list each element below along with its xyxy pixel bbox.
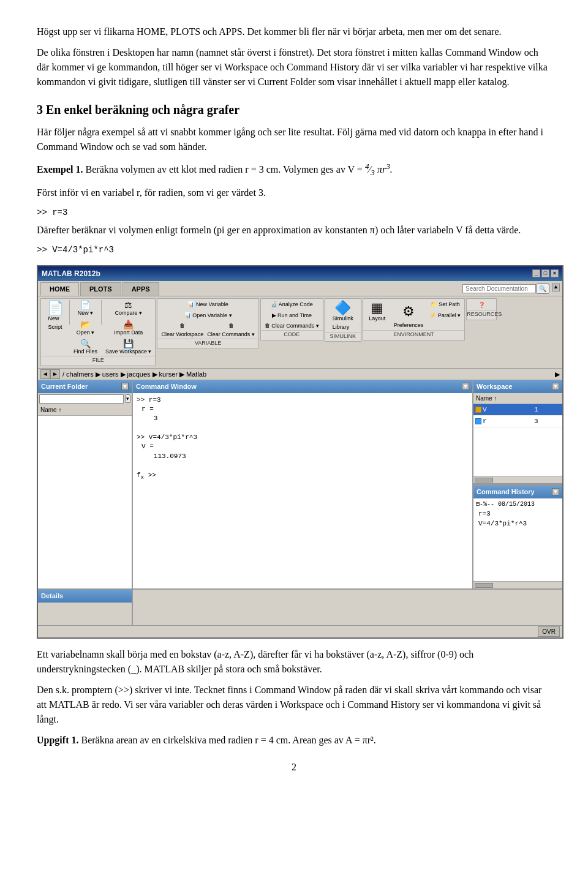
ch-scrollbar[interactable] xyxy=(473,581,562,588)
run-time-button[interactable]: ▶ Run and Time xyxy=(263,311,320,321)
compare-button[interactable]: ⚖ Compare ▾ xyxy=(104,300,153,318)
path-matlab[interactable]: Matlab xyxy=(186,369,206,380)
path-kurser[interactable]: kurser xyxy=(159,369,178,380)
workspace-label: Workspace xyxy=(477,381,513,392)
tab-apps[interactable]: APPS xyxy=(123,282,159,296)
clear-workspace-button[interactable]: 🗑 Clear Workspace xyxy=(160,321,205,339)
matlab-statusbar: OVR xyxy=(38,625,562,637)
task1-label: Uppgift 1. xyxy=(37,735,78,745)
forward-button[interactable]: ► xyxy=(50,369,60,379)
save-workspace-button[interactable]: 💾 Save Workspace ▾ xyxy=(104,339,153,357)
example1-label: Exempel 1. xyxy=(37,164,83,175)
cw-line-1: >> r=3 xyxy=(137,396,469,405)
ribbon-group-simulink: 🔷 SimulinkLibrary SIMULINK xyxy=(325,298,361,342)
new-variable-button[interactable]: 📊 New Variable xyxy=(160,300,255,310)
panel-command-window: Command Window ▼ >> r=3 r = 3 >> V=4/3*p… xyxy=(133,380,473,588)
minimize-button[interactable]: _ xyxy=(532,269,540,277)
open-icon: 📂 xyxy=(80,320,91,329)
clear-commands-label: Clear Commands ▾ xyxy=(207,331,255,339)
back-button[interactable]: ◄ xyxy=(40,369,50,379)
path-jacques[interactable]: jacques xyxy=(127,369,151,380)
current-folder-menu-button[interactable]: ▼ xyxy=(121,383,129,390)
layout-button[interactable]: ▦ Layout xyxy=(366,300,389,331)
cf-content xyxy=(38,416,132,589)
preferences-label: Preferences xyxy=(394,321,424,330)
search-button[interactable]: 🔍 xyxy=(536,284,549,294)
tab-home[interactable]: HOME xyxy=(40,282,79,296)
current-folder-label: Current Folder xyxy=(41,381,88,392)
ch-cmd-1[interactable]: r=3 xyxy=(476,509,560,519)
toolbar-row: ◄ ► / chalmers ▶ users ▶ jacques ▶ kurse… xyxy=(38,369,562,381)
path-chalmers[interactable]: chalmers xyxy=(66,369,94,380)
cw-content[interactable]: >> r=3 r = 3 >> V=4/3*pi*r^3 V = 113.097… xyxy=(133,393,472,589)
find-files-button[interactable]: 🔍 Find Files xyxy=(72,339,99,357)
workspace-menu-button[interactable]: ▼ xyxy=(552,383,559,390)
command-history-label: Command History xyxy=(477,487,535,497)
close-button[interactable]: × xyxy=(551,269,559,277)
set-path-button[interactable]: 📁 Set Path xyxy=(428,300,462,310)
cw-line-7: 113.0973 xyxy=(137,452,469,461)
analyze-code-icon: 🔬 Analyze Code xyxy=(271,301,313,309)
maximize-button[interactable]: □ xyxy=(541,269,549,277)
simulink-library-button[interactable]: 🔷 SimulinkLibrary xyxy=(330,300,356,333)
cw-line-6: V = xyxy=(137,442,469,451)
find-files-icon: 🔍 xyxy=(80,339,91,348)
ch-cmd-2[interactable]: V=4/3*pi*r^3 xyxy=(476,519,560,529)
open-variable-button[interactable]: 📊 Open Variable ▾ xyxy=(160,311,255,321)
layout-label: Layout xyxy=(369,315,385,323)
cw-prompt-ready[interactable]: fx >> xyxy=(137,471,469,482)
new-script-button[interactable]: 📄 NewScript xyxy=(43,300,67,357)
simulink-label: SimulinkLibrary xyxy=(333,315,353,331)
cw-line-3: 3 xyxy=(137,414,469,423)
ws-cell-r-name: r xyxy=(473,416,532,428)
cw-line-4 xyxy=(137,424,469,433)
command-window-menu-button[interactable]: ▼ xyxy=(462,383,469,390)
new-button[interactable]: 📄 New ▾ xyxy=(72,300,99,318)
command-window-label: Command Window xyxy=(136,381,197,392)
new-script-label: NewScript xyxy=(48,315,62,331)
ws-scrollbar[interactable] xyxy=(473,476,562,483)
new-variable-icon: 📊 New Variable xyxy=(187,301,228,309)
ribbon-content: 📄 NewScript 📄 New ▾ 📂 Open ▾ xyxy=(38,296,562,368)
environment-group-label: ENVIRONMENT xyxy=(363,330,465,339)
code-clear-icon: 🗑 Clear Commands ▾ xyxy=(265,322,319,331)
search-input[interactable] xyxy=(462,284,536,293)
cf-filter-input[interactable] xyxy=(39,394,124,404)
ch-group-header: ⊟-%-- 08/15/2013 xyxy=(476,500,560,509)
path-go-button[interactable]: ▶ xyxy=(555,369,560,380)
open-variable-icon: 📊 Open Variable ▾ xyxy=(184,312,232,320)
parallel-button[interactable]: ⚡ Parallel ▾ xyxy=(428,311,462,321)
cf-dropdown-button[interactable]: ▾ xyxy=(125,394,130,403)
ws-scroll-thumb[interactable] xyxy=(475,478,493,483)
resources-button[interactable]: ❓ xyxy=(477,300,486,311)
bottom-panels: Details xyxy=(38,588,562,625)
open-button[interactable]: 📂 Open ▾ xyxy=(72,320,99,338)
clear-commands-button[interactable]: 🗑 Clear Commands ▾ xyxy=(206,321,256,339)
ch-scroll-thumb[interactable] xyxy=(475,583,493,588)
find-files-label: Find Files xyxy=(74,348,97,356)
path-sep-root: / xyxy=(62,369,64,380)
ws-row-V[interactable]: V 1 xyxy=(473,404,562,416)
ch-content: ⊟-%-- 08/15/2013 r=3 V=4/3*pi*r^3 xyxy=(473,498,562,582)
ws-ch-bottom xyxy=(473,588,562,625)
task1-line: Uppgift 1. Beräkna arean av en cirkelski… xyxy=(37,733,551,748)
ribbon-group-variable: 📊 New Variable 📊 Open Variable ▾ 🗑 Clear… xyxy=(157,298,258,348)
matlab-tabs: HOME PLOTS APPS 🔍 ▲ xyxy=(38,281,562,297)
compare-label: Compare ▾ xyxy=(115,309,142,318)
ribbon-group-resources: ❓ RESOURCES xyxy=(466,298,497,320)
ws-row-r[interactable]: r 3 xyxy=(473,416,562,428)
preferences-button[interactable]: ⚙ Preferences xyxy=(391,300,426,331)
path-users[interactable]: users xyxy=(102,369,119,380)
ribbon-group-environment: ▦ Layout ⚙ Preferences 📁 Set Path ⚡ Para… xyxy=(363,298,466,340)
analyze-code-button[interactable]: 🔬 Analyze Code xyxy=(263,300,320,310)
variable-group-label: VARIABLE xyxy=(157,339,258,348)
import-data-button[interactable]: 📥 Import Data xyxy=(104,320,153,338)
sep2 xyxy=(101,300,102,325)
ws-cell-r-val: 3 xyxy=(532,416,562,428)
ribbon-collapse-button[interactable]: ▲ xyxy=(552,284,560,291)
cw-line-8 xyxy=(137,461,469,470)
para4: Först inför vi en variabel r, för radien… xyxy=(37,186,551,200)
command-history-menu-button[interactable]: ▼ xyxy=(552,488,559,495)
tab-plots[interactable]: PLOTS xyxy=(80,282,121,296)
run-time-icon: ▶ Run and Time xyxy=(272,312,312,320)
